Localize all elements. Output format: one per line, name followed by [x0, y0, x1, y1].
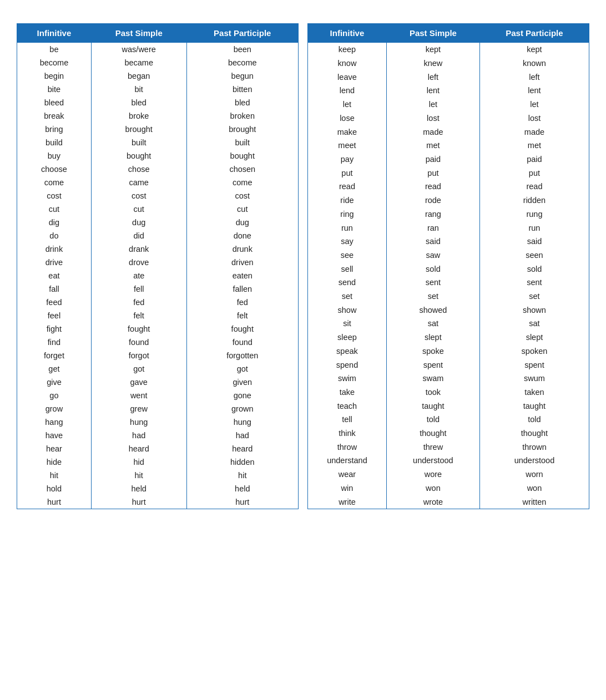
table-cell: began: [91, 69, 186, 83]
table-cell: take: [308, 385, 387, 399]
table-cell: think: [308, 427, 387, 440]
table-cell: bite: [17, 83, 92, 96]
table-cell: hold: [17, 482, 92, 495]
table-cell: set: [308, 290, 387, 303]
table-cell: wrote: [386, 495, 479, 509]
table-cell: pay: [308, 153, 387, 166]
table-cell: fought: [91, 322, 186, 336]
table-cell: shown: [479, 303, 589, 317]
table-cell: read: [479, 180, 589, 194]
table-row: fallfellfallen: [17, 282, 299, 296]
table-cell: keep: [308, 43, 387, 57]
table-cell: lost: [386, 111, 479, 125]
table-cell: say: [308, 235, 387, 248]
table-cell: sat: [479, 317, 589, 331]
table-row: setsetset: [308, 290, 589, 303]
table-cell: bitten: [186, 83, 298, 96]
table-cell: hung: [91, 415, 186, 429]
table-cell: do: [17, 229, 92, 242]
table-cell: threw: [386, 440, 479, 454]
table-row: writewrotewritten: [308, 495, 589, 509]
table-cell: seen: [479, 248, 589, 262]
table-row: findfoundfound: [17, 336, 299, 349]
table-cell: given: [186, 376, 298, 389]
table-cell: drank: [91, 242, 186, 256]
table-row: saysaidsaid: [308, 235, 589, 248]
table-cell: took: [386, 385, 479, 399]
table-cell: paid: [386, 153, 479, 166]
table-cell: spent: [386, 358, 479, 372]
table-row: letletlet: [308, 98, 589, 111]
table-row: forgetforgotforgotten: [17, 349, 299, 362]
table-cell: had: [91, 429, 186, 442]
table-cell: dug: [186, 216, 298, 229]
table-cell: lend: [308, 84, 387, 98]
table-cell: thought: [479, 427, 589, 440]
table-cell: spent: [479, 358, 589, 372]
table-cell: lent: [479, 84, 589, 98]
table-row: comecamecome: [17, 176, 299, 189]
table-cell: spend: [308, 358, 387, 372]
table-cell: hidden: [186, 455, 298, 469]
table-cell: wear: [308, 468, 387, 481]
table-cell: met: [479, 139, 589, 153]
table-cell: told: [479, 413, 589, 427]
table-cell: run: [308, 221, 387, 235]
left-header-past-simple: Past Simple: [91, 24, 186, 43]
table-row: digdugdug: [17, 216, 299, 229]
table-cell: came: [91, 176, 186, 189]
table-cell: grew: [91, 402, 186, 415]
table-cell: drove: [91, 256, 186, 269]
table-cell: spoken: [479, 344, 589, 358]
table-cell: choose: [17, 163, 92, 176]
table-cell: found: [91, 336, 186, 349]
table-cell: fed: [91, 296, 186, 309]
table-row: becomebecamebecome: [17, 56, 299, 69]
table-cell: have: [17, 429, 92, 442]
table-cell: grow: [17, 402, 92, 415]
table-cell: dig: [17, 216, 92, 229]
table-cell: bought: [91, 149, 186, 163]
right-header-past-participle: Past Participle: [479, 24, 589, 43]
table-cell: held: [91, 482, 186, 495]
table-cell: bought: [186, 149, 298, 163]
table-cell: saw: [386, 248, 479, 262]
table-cell: drunk: [186, 242, 298, 256]
table-cell: hid: [91, 455, 186, 469]
table-cell: wore: [386, 468, 479, 481]
table-cell: eat: [17, 269, 92, 282]
table-cell: read: [308, 180, 387, 194]
table-cell: built: [186, 136, 298, 149]
table-cell: fell: [91, 282, 186, 296]
table-row: sellsoldsold: [308, 262, 589, 276]
table-row: speakspokespoken: [308, 344, 589, 358]
table-cell: become: [17, 56, 92, 69]
table-cell: brought: [186, 123, 298, 136]
table-cell: broke: [91, 109, 186, 123]
table-cell: lent: [386, 84, 479, 98]
table-row: fightfoughtfought: [17, 322, 299, 336]
table-cell: hide: [17, 455, 92, 469]
table-cell: set: [386, 290, 479, 303]
table-cell: slept: [479, 331, 589, 344]
left-table: Infinitive Past Simple Past Participle b…: [17, 23, 299, 509]
table-cell: chose: [91, 163, 186, 176]
table-cell: leave: [308, 70, 387, 84]
table-cell: feel: [17, 309, 92, 322]
table-cell: drink: [17, 242, 92, 256]
table-cell: gone: [186, 389, 298, 402]
table-cell: feed: [17, 296, 92, 309]
table-row: swimswamswum: [308, 372, 589, 385]
table-cell: set: [479, 290, 589, 303]
table-row: bringbroughtbrought: [17, 123, 299, 136]
table-row: teachtaughttaught: [308, 399, 589, 413]
table-row: sitsatsat: [308, 317, 589, 331]
table-cell: teach: [308, 399, 387, 413]
table-cell: let: [308, 98, 387, 111]
table-row: telltoldtold: [308, 413, 589, 427]
table-cell: buy: [17, 149, 92, 163]
table-cell: hang: [17, 415, 92, 429]
table-row: givegavegiven: [17, 376, 299, 389]
table-cell: broken: [186, 109, 298, 123]
table-row: showshowedshown: [308, 303, 589, 317]
